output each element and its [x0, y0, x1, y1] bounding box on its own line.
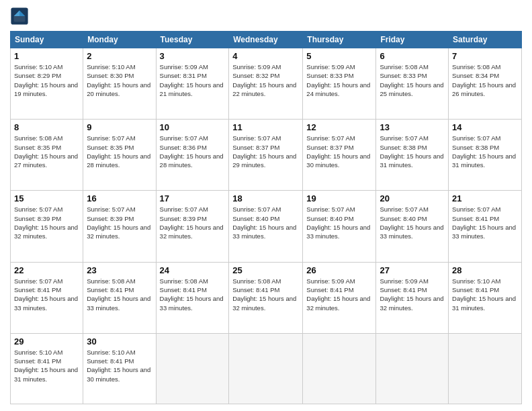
calendar-cell: 25 Sunrise: 5:08 AM Sunset: 8:41 PM Dayl…: [229, 262, 303, 333]
week-row-5: 29 Sunrise: 5:10 AM Sunset: 8:41 PM Dayl…: [11, 333, 522, 404]
day-number: 6: [380, 51, 445, 61]
day-number: 1: [14, 51, 79, 61]
weekday-header-wednesday: Wednesday: [229, 32, 303, 48]
day-info: Sunrise: 5:07 AM Sunset: 8:38 PM Dayligh…: [380, 134, 445, 169]
day-info: Sunrise: 5:07 AM Sunset: 8:41 PM Dayligh…: [452, 205, 518, 240]
calendar-cell: 26 Sunrise: 5:09 AM Sunset: 8:41 PM Dayl…: [303, 262, 376, 333]
day-number: 22: [14, 265, 79, 275]
day-number: 3: [160, 51, 226, 61]
day-info: Sunrise: 5:07 AM Sunset: 8:40 PM Dayligh…: [380, 205, 445, 240]
day-number: 25: [232, 265, 299, 275]
weekday-header-friday: Friday: [376, 32, 449, 48]
logo-icon: [10, 7, 29, 26]
calendar-cell: 17 Sunrise: 5:07 AM Sunset: 8:39 PM Dayl…: [156, 191, 229, 262]
calendar-cell: 8 Sunrise: 5:08 AM Sunset: 8:35 PM Dayli…: [11, 120, 83, 191]
calendar-cell: 3 Sunrise: 5:09 AM Sunset: 8:31 PM Dayli…: [156, 48, 229, 120]
day-number: 24: [160, 265, 226, 275]
day-info: Sunrise: 5:07 AM Sunset: 8:40 PM Dayligh…: [306, 205, 372, 240]
day-number: 30: [87, 336, 152, 347]
day-number: 17: [160, 193, 226, 203]
day-info: Sunrise: 5:10 AM Sunset: 8:41 PM Dayligh…: [452, 277, 518, 312]
calendar-cell: [156, 333, 229, 404]
weekday-header-saturday: Saturday: [449, 32, 522, 48]
logo: [10, 7, 32, 26]
calendar-cell: 15 Sunrise: 5:07 AM Sunset: 8:39 PM Dayl…: [11, 191, 83, 262]
day-number: 7: [452, 51, 518, 61]
day-number: 21: [452, 193, 518, 203]
day-info: Sunrise: 5:07 AM Sunset: 8:39 PM Dayligh…: [14, 205, 79, 240]
calendar-cell: 30 Sunrise: 5:10 AM Sunset: 8:41 PM Dayl…: [83, 333, 156, 404]
day-number: 14: [452, 122, 518, 132]
calendar-cell: 6 Sunrise: 5:08 AM Sunset: 8:33 PM Dayli…: [376, 48, 449, 120]
day-info: Sunrise: 5:08 AM Sunset: 8:34 PM Dayligh…: [452, 62, 518, 98]
day-info: Sunrise: 5:08 AM Sunset: 8:41 PM Dayligh…: [232, 277, 299, 312]
calendar-cell: [303, 333, 376, 404]
day-number: 15: [14, 193, 79, 203]
calendar-cell: 29 Sunrise: 5:10 AM Sunset: 8:41 PM Dayl…: [11, 333, 83, 404]
day-info: Sunrise: 5:10 AM Sunset: 8:41 PM Dayligh…: [87, 348, 152, 383]
header: [10, 7, 522, 26]
calendar-cell: 23 Sunrise: 5:08 AM Sunset: 8:41 PM Dayl…: [83, 262, 156, 333]
calendar-cell: 5 Sunrise: 5:09 AM Sunset: 8:33 PM Dayli…: [303, 48, 376, 120]
calendar-cell: 7 Sunrise: 5:08 AM Sunset: 8:34 PM Dayli…: [449, 48, 522, 120]
calendar-cell: 2 Sunrise: 5:10 AM Sunset: 8:30 PM Dayli…: [83, 48, 156, 120]
day-info: Sunrise: 5:07 AM Sunset: 8:39 PM Dayligh…: [160, 205, 226, 240]
day-number: 27: [380, 265, 445, 275]
day-info: Sunrise: 5:10 AM Sunset: 8:30 PM Dayligh…: [87, 62, 152, 98]
day-info: Sunrise: 5:07 AM Sunset: 8:36 PM Dayligh…: [160, 134, 226, 169]
day-info: Sunrise: 5:09 AM Sunset: 8:31 PM Dayligh…: [160, 62, 226, 98]
day-info: Sunrise: 5:07 AM Sunset: 8:39 PM Dayligh…: [87, 205, 152, 240]
calendar-cell: [449, 333, 522, 404]
day-number: 5: [306, 51, 372, 61]
calendar-cell: 13 Sunrise: 5:07 AM Sunset: 8:38 PM Dayl…: [376, 120, 449, 191]
weekday-header-thursday: Thursday: [303, 32, 376, 48]
calendar-cell: 20 Sunrise: 5:07 AM Sunset: 8:40 PM Dayl…: [376, 191, 449, 262]
day-info: Sunrise: 5:09 AM Sunset: 8:33 PM Dayligh…: [306, 62, 372, 98]
day-number: 29: [14, 336, 79, 347]
page: SundayMondayTuesdayWednesdayThursdayFrid…: [0, 0, 532, 411]
day-number: 2: [87, 51, 152, 61]
weekday-header-monday: Monday: [83, 32, 156, 48]
calendar-cell: 27 Sunrise: 5:09 AM Sunset: 8:41 PM Dayl…: [376, 262, 449, 333]
day-info: Sunrise: 5:10 AM Sunset: 8:41 PM Dayligh…: [14, 348, 79, 383]
day-number: 13: [380, 122, 445, 132]
weekday-header-tuesday: Tuesday: [156, 32, 229, 48]
day-info: Sunrise: 5:10 AM Sunset: 8:29 PM Dayligh…: [14, 62, 79, 98]
calendar-cell: [229, 333, 303, 404]
calendar: SundayMondayTuesdayWednesdayThursdayFrid…: [10, 31, 522, 404]
day-info: Sunrise: 5:07 AM Sunset: 8:37 PM Dayligh…: [232, 134, 299, 169]
calendar-cell: 1 Sunrise: 5:10 AM Sunset: 8:29 PM Dayli…: [11, 48, 83, 120]
calendar-cell: 18 Sunrise: 5:07 AM Sunset: 8:40 PM Dayl…: [229, 191, 303, 262]
day-number: 10: [160, 122, 226, 132]
day-number: 28: [452, 265, 518, 275]
day-number: 9: [87, 122, 152, 132]
calendar-cell: 9 Sunrise: 5:07 AM Sunset: 8:35 PM Dayli…: [83, 120, 156, 191]
weekday-header-row: SundayMondayTuesdayWednesdayThursdayFrid…: [11, 32, 522, 48]
week-row-2: 8 Sunrise: 5:08 AM Sunset: 8:35 PM Dayli…: [11, 120, 522, 191]
day-number: 26: [306, 265, 372, 275]
day-info: Sunrise: 5:08 AM Sunset: 8:33 PM Dayligh…: [380, 62, 445, 98]
calendar-cell: 14 Sunrise: 5:07 AM Sunset: 8:38 PM Dayl…: [449, 120, 522, 191]
day-number: 19: [306, 193, 372, 203]
day-info: Sunrise: 5:09 AM Sunset: 8:41 PM Dayligh…: [306, 277, 372, 312]
day-info: Sunrise: 5:08 AM Sunset: 8:35 PM Dayligh…: [14, 134, 79, 169]
calendar-cell: [376, 333, 449, 404]
calendar-cell: 10 Sunrise: 5:07 AM Sunset: 8:36 PM Dayl…: [156, 120, 229, 191]
calendar-cell: 4 Sunrise: 5:09 AM Sunset: 8:32 PM Dayli…: [229, 48, 303, 120]
day-number: 23: [87, 265, 152, 275]
day-number: 12: [306, 122, 372, 132]
calendar-cell: 24 Sunrise: 5:08 AM Sunset: 8:41 PM Dayl…: [156, 262, 229, 333]
day-info: Sunrise: 5:07 AM Sunset: 8:38 PM Dayligh…: [452, 134, 518, 169]
day-number: 20: [380, 193, 445, 203]
day-info: Sunrise: 5:07 AM Sunset: 8:40 PM Dayligh…: [232, 205, 299, 240]
day-number: 4: [232, 51, 299, 61]
day-info: Sunrise: 5:07 AM Sunset: 8:35 PM Dayligh…: [87, 134, 152, 169]
calendar-cell: 22 Sunrise: 5:07 AM Sunset: 8:41 PM Dayl…: [11, 262, 83, 333]
calendar-cell: 16 Sunrise: 5:07 AM Sunset: 8:39 PM Dayl…: [83, 191, 156, 262]
calendar-cell: 19 Sunrise: 5:07 AM Sunset: 8:40 PM Dayl…: [303, 191, 376, 262]
day-info: Sunrise: 5:09 AM Sunset: 8:32 PM Dayligh…: [232, 62, 299, 98]
calendar-cell: 12 Sunrise: 5:07 AM Sunset: 8:37 PM Dayl…: [303, 120, 376, 191]
week-row-1: 1 Sunrise: 5:10 AM Sunset: 8:29 PM Dayli…: [11, 48, 522, 120]
day-number: 18: [232, 193, 299, 203]
week-row-4: 22 Sunrise: 5:07 AM Sunset: 8:41 PM Dayl…: [11, 262, 522, 333]
